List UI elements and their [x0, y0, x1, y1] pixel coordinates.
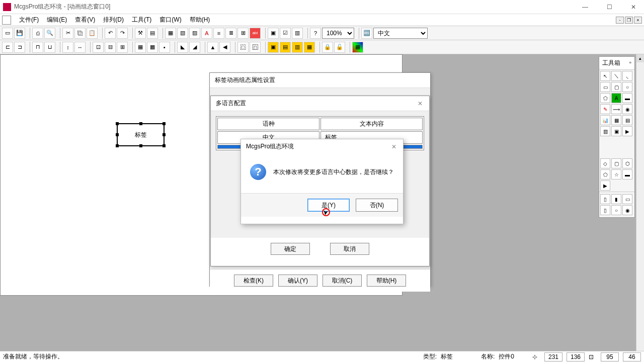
footer-icon-6[interactable]: ◉: [622, 205, 632, 215]
layer-icon-3[interactable]: ▥: [292, 42, 303, 53]
unlock-icon[interactable]: 🔓: [334, 42, 345, 53]
layout-icon-12[interactable]: ▪: [159, 42, 170, 53]
copy-icon[interactable]: ⿻: [74, 28, 86, 39]
layout-icon-9[interactable]: ⊞: [117, 42, 128, 53]
layout-icon-1[interactable]: ⊏: [2, 42, 13, 53]
menu-help[interactable]: 帮助(H): [186, 14, 214, 26]
tool-combo-icon[interactable]: ▤: [622, 115, 632, 125]
cut-icon[interactable]: ✂: [62, 28, 73, 39]
menu-tools[interactable]: 工具(T): [128, 14, 155, 26]
footer-icon-4[interactable]: ▯: [600, 205, 610, 215]
shape-penta-icon[interactable]: ⬠: [600, 169, 610, 179]
menu-view[interactable]: 查看(V): [71, 14, 99, 26]
layout-icon-6[interactable]: ↔: [74, 42, 86, 53]
tool-frame-icon[interactable]: ▣: [611, 126, 621, 136]
minimize-button[interactable]: —: [578, 2, 593, 12]
tool-line-icon[interactable]: ＼: [611, 71, 621, 81]
footer-icon-2[interactable]: ▮: [611, 194, 621, 204]
tool-icon-1[interactable]: ⚒: [135, 28, 146, 39]
rotate-icon-2[interactable]: ◢: [189, 42, 200, 53]
preview-icon[interactable]: 🔍: [44, 28, 55, 39]
help-button[interactable]: 帮助(H): [367, 275, 406, 287]
tool-icon-4[interactable]: ▧: [177, 28, 188, 39]
shape-hex-icon[interactable]: ⬡: [622, 158, 632, 168]
shape-star-icon[interactable]: ☆: [611, 169, 621, 179]
mdi-minimize[interactable]: -: [616, 17, 624, 24]
menu-arrange[interactable]: 排列(D): [99, 14, 128, 26]
scroll-up-icon[interactable]: ▴: [636, 54, 644, 62]
tool-roundrect-icon[interactable]: ▢: [611, 82, 621, 92]
footer-icon-5[interactable]: ○: [611, 205, 621, 215]
confirm-button[interactable]: 确认(Y): [278, 275, 317, 287]
rotate-icon-1[interactable]: ◣: [177, 42, 188, 53]
layout-icon-3[interactable]: ⊓: [32, 42, 43, 53]
align-left-icon[interactable]: ≡: [213, 28, 224, 39]
ungroup-icon[interactable]: ⿵: [250, 42, 261, 53]
flip-h-icon[interactable]: ▲: [207, 42, 218, 53]
yes-button[interactable]: 是(Y): [307, 199, 350, 212]
tool-circle-icon[interactable]: ○: [622, 82, 632, 92]
maximize-button[interactable]: ☐: [602, 2, 617, 12]
tool-text-icon[interactable]: A: [611, 93, 621, 103]
save-icon[interactable]: 💾: [14, 28, 25, 39]
tool-icon-8[interactable]: ▥: [292, 28, 303, 39]
layout-icon-10[interactable]: ▦: [135, 42, 146, 53]
zoom-select[interactable]: 100%: [322, 28, 354, 39]
menu-file[interactable]: 文件(F): [15, 14, 43, 26]
confirm-close-icon[interactable]: ✕: [390, 143, 398, 150]
print-icon[interactable]: ⎙: [32, 28, 43, 39]
tool-button-icon[interactable]: ▬: [622, 93, 632, 103]
font-icon[interactable]: A: [201, 28, 212, 39]
shape-arrow-icon[interactable]: ▶: [600, 180, 610, 191]
toolbox-close-icon[interactable]: ▫: [629, 59, 631, 67]
menu-window[interactable]: 窗口(W): [155, 14, 185, 26]
tool-icon-5[interactable]: ▨: [189, 28, 200, 39]
no-button[interactable]: 否(N): [356, 199, 398, 212]
tool-chart-icon[interactable]: 📊: [600, 115, 610, 125]
tool-icon-2[interactable]: ▤: [147, 28, 158, 39]
undo-icon[interactable]: ↶: [105, 28, 116, 39]
align-center-icon[interactable]: ≣: [225, 28, 236, 39]
tool-more-icon[interactable]: ▶: [622, 126, 632, 136]
redo-icon[interactable]: ↷: [117, 28, 128, 39]
grid-icon[interactable]: ⊞: [237, 28, 249, 39]
layer-icon-1[interactable]: ▣: [268, 42, 279, 53]
lock-icon[interactable]: 🔒: [322, 42, 333, 53]
tool-icon-6[interactable]: ▣: [268, 28, 279, 39]
tool-image-icon[interactable]: ✎: [600, 104, 610, 114]
close-button[interactable]: ✕: [626, 2, 641, 12]
tool-gauge-icon[interactable]: ◉: [622, 104, 632, 114]
vertical-scrollbar[interactable]: ▴: [636, 54, 644, 351]
layer-icon-2[interactable]: ▤: [280, 42, 291, 53]
layer-icon-4[interactable]: ▦: [304, 42, 315, 53]
layout-icon-2[interactable]: ⊐: [14, 42, 25, 53]
lang-tool-icon[interactable]: 🔤: [361, 28, 372, 39]
tool-icon-3[interactable]: ▦: [165, 28, 176, 39]
new-icon[interactable]: ▭: [2, 28, 13, 39]
mdi-close[interactable]: ×: [634, 17, 642, 24]
tool-icon-7[interactable]: ☑: [280, 28, 291, 39]
tool-arc-icon[interactable]: ◟: [622, 71, 632, 81]
group-icon[interactable]: ⿴: [237, 42, 249, 53]
help-icon[interactable]: ?: [310, 28, 321, 39]
shape-diamond-icon[interactable]: ◇: [600, 158, 610, 168]
footer-icon-1[interactable]: ▯: [600, 194, 610, 204]
tool-list-icon[interactable]: ▥: [600, 126, 610, 136]
paste-icon[interactable]: 📋: [87, 28, 98, 39]
layout-icon-8[interactable]: ⊟: [105, 42, 116, 53]
color-grid-icon[interactable]: ▦: [352, 42, 363, 53]
shape-bars-icon[interactable]: ▬: [622, 169, 632, 179]
tool-pointer-icon[interactable]: ↖: [600, 71, 610, 81]
mdi-restore[interactable]: ❐: [625, 17, 633, 24]
tool-slider-icon[interactable]: ⟿: [611, 104, 621, 114]
tool-rect-icon[interactable]: ▭: [600, 82, 610, 92]
menu-edit[interactable]: 编辑(E): [43, 14, 71, 26]
layout-icon-4[interactable]: ⊔: [44, 42, 55, 53]
ok-button[interactable]: 确定: [271, 243, 310, 255]
multilang-close-icon[interactable]: ✕: [416, 100, 424, 107]
layout-icon-5[interactable]: ↕: [62, 42, 73, 53]
layout-icon-7[interactable]: ⊡: [93, 42, 104, 53]
layout-icon-11[interactable]: ▩: [147, 42, 158, 53]
tool-table-icon[interactable]: ▦: [611, 115, 621, 125]
cancel-button-2[interactable]: 取消: [330, 243, 369, 255]
